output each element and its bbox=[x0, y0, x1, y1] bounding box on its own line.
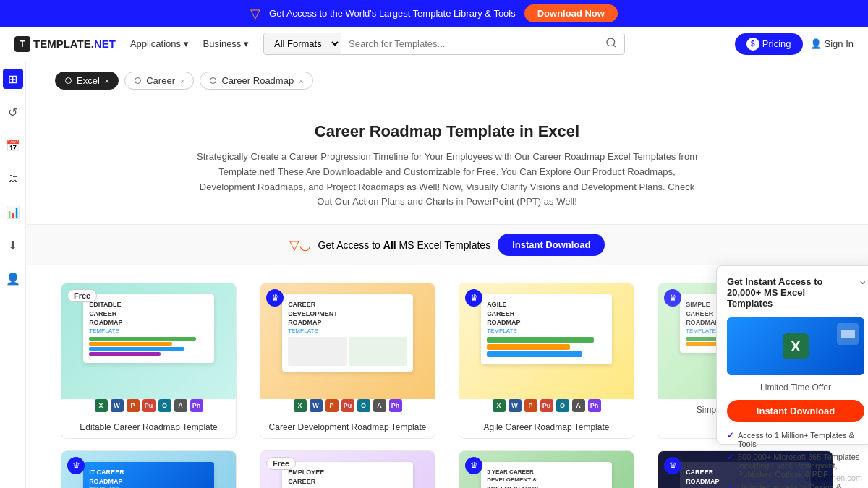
crown-badge-5: ♛ bbox=[67, 457, 85, 474]
sidebar-history[interactable]: ↺ bbox=[3, 102, 23, 122]
card-title-development: Career Development Roadmap Template bbox=[260, 416, 435, 438]
sidebar-folder[interactable]: 🗂 bbox=[3, 168, 23, 189]
sidebar-download[interactable]: ⬇ bbox=[3, 235, 23, 255]
pricing-button[interactable]: $ Pricing bbox=[735, 33, 803, 55]
main-content: Excel × Career × Career Roadmap × Career… bbox=[26, 61, 868, 488]
panel-feature-2: ✓500,000+ Microsoft 365 Templates includ… bbox=[727, 453, 864, 479]
banner-icon: ▽ bbox=[250, 6, 260, 22]
excel-logo-icon: X bbox=[783, 333, 809, 359]
svg-point-3 bbox=[210, 77, 216, 83]
tag-career[interactable]: Career × bbox=[124, 72, 194, 90]
top-banner: ▽ Get Access to the World's Largest Temp… bbox=[0, 0, 868, 27]
nav-applications[interactable]: Applications ▾ bbox=[124, 35, 195, 52]
panel-instant-download-button[interactable]: Instant Download bbox=[727, 400, 864, 422]
free-badge: Free bbox=[67, 289, 97, 302]
banner-download-button[interactable]: Download Now bbox=[524, 4, 618, 22]
template-card-5year[interactable]: ♛ 5 YEAR CAREERDEVELOPMENT &IMPLEMENTATI… bbox=[459, 450, 634, 488]
panel-feature-1: ✓Access to 1 Million+ Templates & Tools bbox=[727, 431, 864, 448]
svg-point-2 bbox=[135, 77, 141, 83]
search-bar: All Formats bbox=[263, 33, 625, 55]
header-right: $ Pricing 👤 Sign In bbox=[735, 33, 854, 55]
nav-links: Applications ▾ Business ▾ bbox=[124, 35, 255, 52]
sidebar: ⊞ ↺ 📅 🗂 📊 ⬇ 👤 bbox=[0, 61, 26, 488]
card-title-editable: Editable Career Roadmap Template bbox=[61, 416, 236, 438]
svg-point-0 bbox=[607, 38, 615, 46]
template-card-agile[interactable]: ♛ AGILECAREERROADMAP TEMPLATE X bbox=[459, 283, 634, 439]
free-badge-6: Free bbox=[266, 457, 296, 470]
promo-text: Get Access to All MS Excel Templates bbox=[318, 239, 491, 251]
panel-title: Get Instant Access to 20,000+ MS Excel T… bbox=[727, 276, 864, 309]
user-icon: 👤 bbox=[810, 38, 822, 49]
panel-feature-3: ✓Unlimited access to Design & Documents … bbox=[727, 483, 864, 488]
pricing-icon: $ bbox=[746, 38, 760, 51]
template-card-employee[interactable]: Free EMPLOYEECAREERROADMAP TEMPLATE bbox=[260, 450, 435, 488]
panel-features: ✓Access to 1 Million+ Templates & Tools … bbox=[727, 431, 864, 488]
crown-badge-3: ♛ bbox=[465, 289, 482, 307]
svg-point-1 bbox=[66, 77, 72, 83]
banner-text: Get Access to the World's Largest Templa… bbox=[269, 8, 516, 19]
right-panel: ⌄ Get Instant Access to 20,000+ MS Excel… bbox=[716, 265, 868, 445]
template-card-it[interactable]: ♛ IT CAREERROADMAP TEMPLATE X bbox=[61, 450, 237, 488]
instant-download-button[interactable]: Instant Download bbox=[498, 234, 605, 256]
logo-text: TEMPLATE.NET bbox=[33, 38, 116, 50]
signin-button[interactable]: 👤 Sign In bbox=[810, 38, 854, 49]
search-input[interactable] bbox=[341, 34, 598, 53]
promo-bar: ▽◡ Get Access to All MS Excel Templates … bbox=[26, 224, 868, 265]
format-select[interactable]: All Formats bbox=[264, 33, 341, 54]
sidebar-home[interactable]: ⊞ bbox=[3, 69, 23, 89]
tag-excel[interactable]: Excel × bbox=[55, 72, 119, 90]
nav-business[interactable]: Business ▾ bbox=[197, 35, 255, 52]
panel-offer-label: Limited Time Offer bbox=[727, 382, 864, 393]
panel-close-button[interactable]: ⌄ bbox=[858, 273, 867, 287]
sidebar-user[interactable]: 👤 bbox=[3, 268, 23, 288]
card-title-agile: Agile Career Roadmap Template bbox=[459, 416, 634, 438]
hero-section: Career Roadmap Template in Excel Strateg… bbox=[26, 100, 868, 224]
hero-description: Strategically Create a Career Progressio… bbox=[194, 150, 700, 210]
search-button[interactable] bbox=[598, 37, 624, 51]
hero-title: Career Roadmap Template in Excel bbox=[69, 122, 825, 141]
header: T TEMPLATE.NET Applications ▾ Business ▾… bbox=[0, 27, 868, 61]
sidebar-calendar[interactable]: 📅 bbox=[3, 135, 23, 155]
sidebar-chart[interactable]: 📊 bbox=[3, 202, 23, 222]
tag-career-roadmap[interactable]: Career Roadmap × bbox=[200, 72, 312, 90]
tags-row: Excel × Career × Career Roadmap × bbox=[26, 61, 868, 100]
promo-icon: ▽◡ bbox=[289, 237, 311, 253]
logo[interactable]: T TEMPLATE.NET bbox=[14, 36, 116, 52]
layout: ⊞ ↺ 📅 🗂 📊 ⬇ 👤 Excel × Career × Career Ro… bbox=[0, 61, 868, 488]
panel-image: X bbox=[727, 317, 864, 375]
template-card-development[interactable]: ♛ CAREERDEVELOPMENTROADMAP TEMPLATE X bbox=[260, 283, 435, 439]
crown-badge-4: ♛ bbox=[664, 289, 681, 307]
logo-icon: T bbox=[14, 36, 30, 52]
crown-badge-8: ♛ bbox=[664, 457, 681, 474]
template-card-editable[interactable]: Free EDITABLECAREERROADMAP TEMPLATE bbox=[61, 283, 237, 439]
crown-badge-7: ♛ bbox=[465, 457, 482, 474]
crown-badge-2: ♛ bbox=[266, 289, 284, 307]
